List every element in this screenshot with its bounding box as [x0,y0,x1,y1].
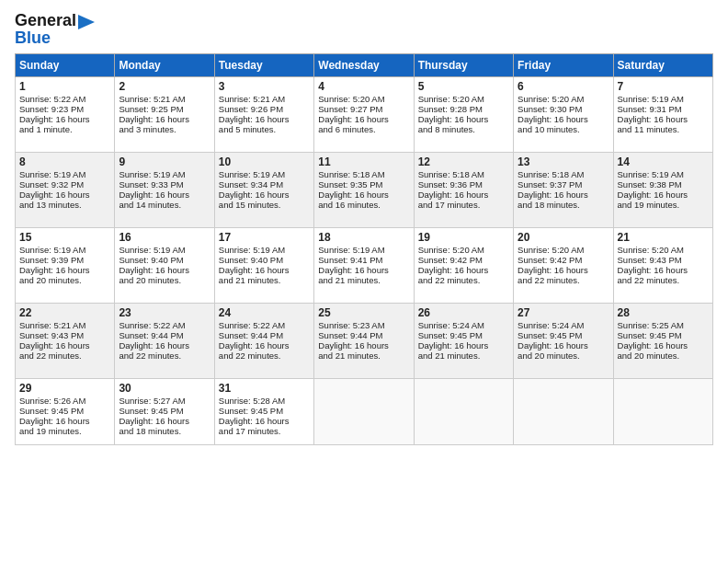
calendar-cell: 19Sunrise: 5:20 AMSunset: 9:42 PMDayligh… [414,228,513,304]
calendar-cell [414,379,513,445]
day-number: 21 [618,231,709,244]
day-info-line: and 14 minutes. [119,200,210,210]
day-info-line: and 11 minutes. [618,124,709,134]
day-info-line: Sunset: 9:45 PM [418,330,509,340]
day-info-line: Daylight: 16 hours [119,190,210,200]
day-info-line: Daylight: 16 hours [219,265,310,275]
col-header-thursday: Thursday [414,54,513,77]
day-info-line: Daylight: 16 hours [119,340,210,350]
calendar-cell: 13Sunrise: 5:18 AMSunset: 9:37 PMDayligh… [514,153,613,228]
svg-marker-0 [78,15,95,29]
day-info-line: Sunrise: 5:20 AM [418,245,509,255]
day-info-line: Sunrise: 5:22 AM [19,94,110,104]
day-info-line: Sunrise: 5:28 AM [219,396,310,406]
col-header-friday: Friday [514,54,613,77]
day-info-line: Sunrise: 5:27 AM [119,396,210,406]
day-info-line: Sunset: 9:26 PM [219,104,310,114]
calendar-week-row: 8Sunrise: 5:19 AMSunset: 9:32 PMDaylight… [16,153,713,228]
calendar-cell: 16Sunrise: 5:19 AMSunset: 9:40 PMDayligh… [115,228,214,304]
day-info-line: Daylight: 16 hours [518,265,609,275]
day-info-line: Daylight: 16 hours [418,340,509,350]
day-info-line: Sunset: 9:42 PM [418,255,509,265]
day-info-line: and 5 minutes. [219,124,310,134]
day-info-line: Sunset: 9:33 PM [119,179,210,190]
day-info-line: Sunrise: 5:19 AM [219,169,310,179]
day-info-line: Sunset: 9:41 PM [318,255,409,265]
day-info-line: and 22 minutes. [618,275,709,285]
calendar-cell: 14Sunrise: 5:19 AMSunset: 9:38 PMDayligh… [613,153,712,228]
day-number: 5 [418,80,509,93]
day-info-line: Daylight: 16 hours [19,340,110,350]
day-info-line: and 17 minutes. [219,426,310,436]
day-info-line: Daylight: 16 hours [418,190,509,200]
day-info-line: and 18 minutes. [119,426,210,436]
calendar-cell: 23Sunrise: 5:22 AMSunset: 9:44 PMDayligh… [115,304,214,379]
day-info-line: Daylight: 16 hours [418,114,509,124]
day-number: 4 [318,80,409,93]
logo-blue: Blue [15,29,51,48]
calendar-cell: 26Sunrise: 5:24 AMSunset: 9:45 PMDayligh… [414,304,513,379]
calendar-cell: 28Sunrise: 5:25 AMSunset: 9:45 PMDayligh… [613,304,712,379]
day-number: 12 [418,155,509,168]
day-info-line: Sunset: 9:34 PM [219,179,310,190]
day-number: 10 [219,155,310,168]
day-info-line: and 20 minutes. [518,350,609,361]
day-number: 14 [618,155,709,168]
calendar-cell: 10Sunrise: 5:19 AMSunset: 9:34 PMDayligh… [214,153,313,228]
day-info-line: Sunrise: 5:19 AM [318,245,409,255]
calendar-week-row: 22Sunrise: 5:21 AMSunset: 9:43 PMDayligh… [16,304,713,379]
day-number: 30 [119,382,210,395]
day-info-line: Sunrise: 5:20 AM [518,94,609,104]
day-info-line: and 22 minutes. [219,350,310,361]
day-info-line: Sunrise: 5:19 AM [119,169,210,179]
logo: General Blue [15,11,95,48]
day-info-line: Daylight: 16 hours [518,190,609,200]
col-header-tuesday: Tuesday [214,54,313,77]
calendar-cell: 12Sunrise: 5:18 AMSunset: 9:36 PMDayligh… [414,153,513,228]
day-info-line: and 6 minutes. [318,124,409,134]
calendar-cell: 11Sunrise: 5:18 AMSunset: 9:35 PMDayligh… [314,153,414,228]
calendar-cell: 20Sunrise: 5:20 AMSunset: 9:42 PMDayligh… [514,228,613,304]
day-number: 15 [19,231,110,244]
calendar-cell: 1Sunrise: 5:22 AMSunset: 9:23 PMDaylight… [16,77,115,153]
col-header-sunday: Sunday [16,54,115,77]
day-info-line: and 10 minutes. [518,124,609,134]
day-info-line: Sunrise: 5:24 AM [518,320,609,330]
day-number: 23 [119,306,210,319]
day-info-line: Sunrise: 5:23 AM [318,320,409,330]
calendar-cell: 4Sunrise: 5:20 AMSunset: 9:27 PMDaylight… [314,77,414,153]
logo-general: General [15,11,76,30]
calendar-header-row: SundayMondayTuesdayWednesdayThursdayFrid… [16,54,713,77]
calendar-cell: 17Sunrise: 5:19 AMSunset: 9:40 PMDayligh… [214,228,313,304]
day-info-line: Sunset: 9:27 PM [318,104,409,114]
calendar-cell: 29Sunrise: 5:26 AMSunset: 9:45 PMDayligh… [16,379,115,445]
day-number: 28 [618,306,709,319]
calendar-week-row: 15Sunrise: 5:19 AMSunset: 9:39 PMDayligh… [16,228,713,304]
day-info-line: Sunset: 9:44 PM [318,330,409,340]
day-info-line: Sunset: 9:38 PM [618,179,709,190]
day-info-line: Sunset: 9:44 PM [119,330,210,340]
day-info-line: Daylight: 16 hours [219,190,310,200]
calendar-cell: 8Sunrise: 5:19 AMSunset: 9:32 PMDaylight… [16,153,115,228]
day-info-line: and 21 minutes. [318,350,409,361]
day-number: 24 [219,306,310,319]
day-info-line: Daylight: 16 hours [119,114,210,124]
day-info-line: Sunset: 9:25 PM [119,104,210,114]
day-info-line: Sunset: 9:23 PM [19,104,110,114]
day-info-line: Sunrise: 5:19 AM [618,94,709,104]
calendar-cell: 9Sunrise: 5:19 AMSunset: 9:33 PMDaylight… [115,153,214,228]
calendar-cell: 3Sunrise: 5:21 AMSunset: 9:26 PMDaylight… [214,77,313,153]
day-info-line: Daylight: 16 hours [618,265,709,275]
day-info-line: Sunrise: 5:26 AM [19,396,110,406]
day-info-line: Sunrise: 5:24 AM [418,320,509,330]
day-info-line: Daylight: 16 hours [19,265,110,275]
day-info-line: and 20 minutes. [19,275,110,285]
day-info-line: Sunset: 9:45 PM [19,406,110,416]
day-info-line: and 18 minutes. [518,200,609,210]
day-info-line: Sunrise: 5:25 AM [618,320,709,330]
day-info-line: Daylight: 16 hours [19,114,110,124]
day-info-line: Sunrise: 5:20 AM [418,94,509,104]
day-info-line: and 21 minutes. [318,275,409,285]
day-info-line: Sunrise: 5:20 AM [318,94,409,104]
day-info-line: Sunrise: 5:18 AM [418,169,509,179]
